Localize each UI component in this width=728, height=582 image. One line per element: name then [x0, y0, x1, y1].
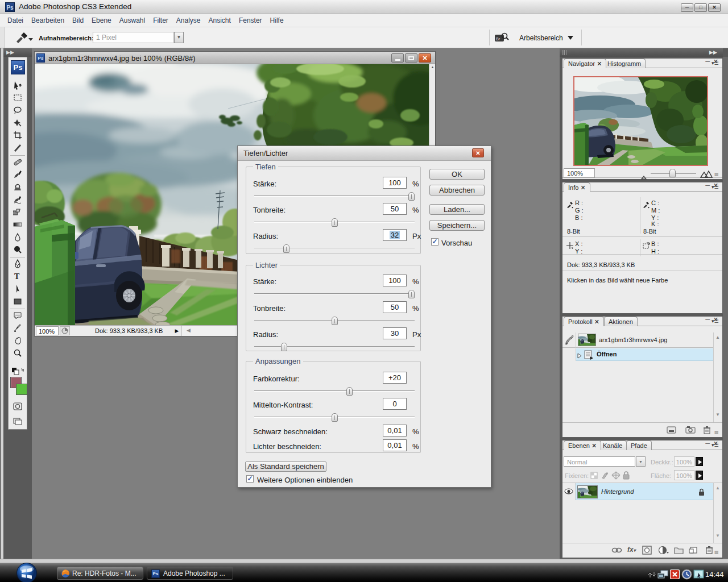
svg-text:Br: Br — [496, 37, 500, 41]
svg-text:T: T — [14, 272, 20, 281]
